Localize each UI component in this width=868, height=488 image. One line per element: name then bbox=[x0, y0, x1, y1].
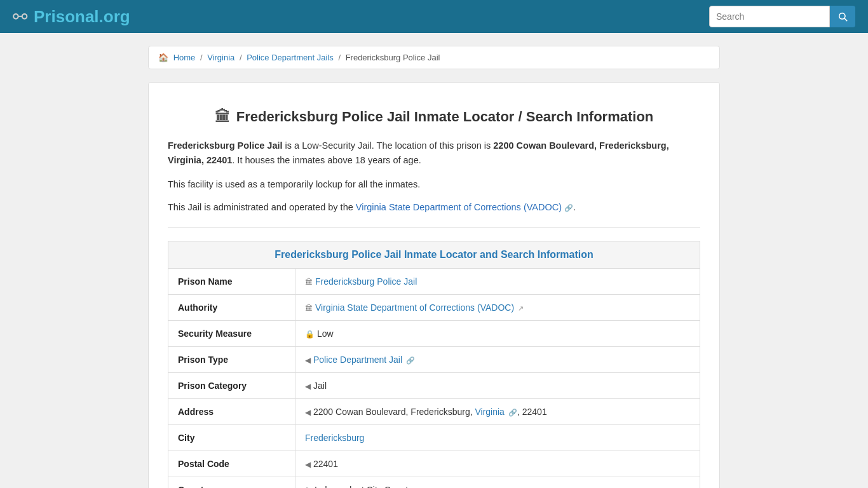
cell-icon: 🔒 bbox=[305, 330, 315, 339]
table-label: Postal Code bbox=[168, 451, 295, 477]
table-title: Fredericksburg Police Jail Inmate Locato… bbox=[168, 241, 700, 269]
table-value: ◀Police Department Jail 🔗 bbox=[295, 346, 700, 372]
cell-icon: ◀ bbox=[305, 408, 311, 417]
cell-value: Independent City County bbox=[315, 485, 412, 488]
table-row: Prison Name🏛Fredericksburg Police Jail bbox=[168, 269, 700, 295]
cell-link[interactable]: Virginia State Department of Corrections… bbox=[315, 302, 514, 313]
table-label: Address bbox=[168, 398, 295, 424]
svg-line-1 bbox=[844, 18, 847, 21]
logo-icon: ⚯ bbox=[13, 6, 27, 27]
cell-icon: ◀ bbox=[305, 356, 311, 365]
site-logo[interactable]: Prisonal.org bbox=[34, 7, 130, 27]
breadcrumb-home[interactable]: Home bbox=[173, 53, 196, 62]
breadcrumb-virginia[interactable]: Virginia bbox=[207, 53, 234, 62]
table-row: Prison Category◀Jail bbox=[168, 372, 700, 398]
cell-icon: 🏛 bbox=[305, 304, 313, 313]
description-paragraph-3: This Jail is administrated and operated … bbox=[168, 200, 700, 215]
search-button[interactable] bbox=[830, 6, 855, 27]
vadoc-link[interactable]: Virginia State Department of Corrections… bbox=[356, 202, 562, 212]
description-paragraph-1: Fredericksburg Police Jail is a Low-Secu… bbox=[168, 139, 700, 168]
logo-ext: .org bbox=[99, 7, 130, 26]
table-row: Security Measure🔒Low bbox=[168, 320, 700, 346]
divider bbox=[168, 227, 700, 228]
breadcrumb-police-dept-jails[interactable]: Police Department Jails bbox=[247, 53, 334, 62]
table-label: Authority bbox=[168, 294, 295, 320]
logo-main: Prisonal bbox=[34, 7, 99, 26]
prison-icon: 🏛 bbox=[215, 108, 230, 126]
table-row: Postal Code◀22401 bbox=[168, 451, 700, 477]
prison-name-bold: Fredericksburg Police Jail bbox=[168, 140, 283, 151]
table-value: ◀22401 bbox=[295, 451, 700, 477]
description-paragraph-2: This facility is used as a temporarily l… bbox=[168, 177, 700, 192]
table-label: Security Measure bbox=[168, 320, 295, 346]
site-header: ⚯ Prisonal.org bbox=[0, 0, 868, 33]
state-link[interactable]: Virginia bbox=[475, 407, 504, 417]
table-row: Prison Type◀Police Department Jail 🔗 bbox=[168, 346, 700, 372]
info-table: Prison Name🏛Fredericksburg Police JailAu… bbox=[168, 269, 700, 488]
table-row: County⚑Independent City County bbox=[168, 477, 700, 488]
table-value: 🏛Fredericksburg Police Jail bbox=[295, 269, 700, 295]
cell-value: Jail bbox=[313, 381, 327, 391]
cell-link[interactable]: Fredericksburg bbox=[305, 433, 364, 443]
table-value: 🔒Low bbox=[295, 320, 700, 346]
table-value: Fredericksburg bbox=[295, 424, 700, 451]
cell-link[interactable]: Fredericksburg Police Jail bbox=[315, 276, 417, 287]
table-label: City bbox=[168, 424, 295, 451]
logo-area: ⚯ Prisonal.org bbox=[13, 6, 130, 27]
table-row: CityFredericksburg bbox=[168, 424, 700, 451]
cell-value: 22401 bbox=[313, 459, 338, 469]
chain-icon: 🔗 bbox=[404, 356, 415, 364]
table-label: Prison Name bbox=[168, 269, 295, 295]
table-label: Prison Type bbox=[168, 346, 295, 372]
search-input[interactable] bbox=[709, 6, 830, 27]
search-area bbox=[709, 6, 855, 27]
cell-icon: ◀ bbox=[305, 460, 311, 469]
table-row: Address◀2200 Cowan Boulevard, Fredericks… bbox=[168, 398, 700, 424]
cell-icon: 🏛 bbox=[305, 278, 313, 287]
table-value: ◀Jail bbox=[295, 372, 700, 398]
chain-icon: 🔗 bbox=[506, 409, 517, 416]
external-link-icon: 🔗 bbox=[564, 204, 573, 212]
home-icon: 🏠 bbox=[158, 53, 168, 62]
breadcrumb-current: Fredericksburg Police Jail bbox=[346, 53, 440, 62]
cell-icon: ◀ bbox=[305, 382, 311, 391]
table-row: Authority🏛Virginia State Department of C… bbox=[168, 294, 700, 320]
cell-link[interactable]: Police Department Jail bbox=[313, 355, 402, 365]
external-icon: ↗ bbox=[516, 304, 524, 312]
table-value: 🏛Virginia State Department of Correction… bbox=[295, 294, 700, 320]
breadcrumb: 🏠 Home / Virginia / Police Department Ja… bbox=[148, 46, 720, 69]
table-label: Prison Category bbox=[168, 372, 295, 398]
table-label: County bbox=[168, 477, 295, 488]
page-title: 🏛 Fredericksburg Police Jail Inmate Loca… bbox=[168, 108, 700, 126]
table-value: ⚑Independent City County bbox=[295, 477, 700, 488]
search-icon bbox=[837, 11, 848, 22]
cell-value: Low bbox=[317, 329, 334, 339]
table-value: ◀2200 Cowan Boulevard, Fredericksburg, V… bbox=[295, 398, 700, 424]
